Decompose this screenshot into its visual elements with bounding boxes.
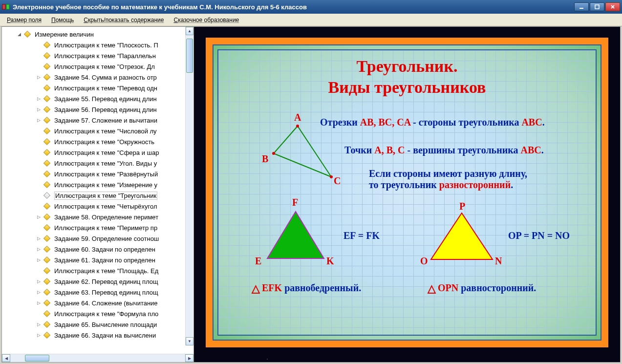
titlebar: Электронное учебное пособие по математик… xyxy=(0,0,622,14)
svg-rect-0 xyxy=(2,4,5,9)
app-icon xyxy=(2,3,10,11)
menu-toggle-contents[interactable]: Скрыть/показать содержание xyxy=(80,15,168,25)
window-buttons xyxy=(574,2,620,11)
svg-rect-1 xyxy=(6,4,9,9)
svg-rect-2 xyxy=(579,8,583,9)
menu-help[interactable]: Помощь xyxy=(47,15,78,25)
menu-fairy-education[interactable]: Сказочное образование xyxy=(170,15,243,25)
window-title: Электронное учебное пособие по математик… xyxy=(13,3,574,11)
maximize-button[interactable] xyxy=(590,2,604,11)
menu-field-size[interactable]: Размер поля xyxy=(3,15,45,25)
minimize-button[interactable] xyxy=(574,2,589,11)
svg-rect-3 xyxy=(595,5,599,9)
close-button[interactable] xyxy=(605,2,620,11)
menubar: Размер поля Помощь Скрыть/показать содер… xyxy=(0,14,622,26)
